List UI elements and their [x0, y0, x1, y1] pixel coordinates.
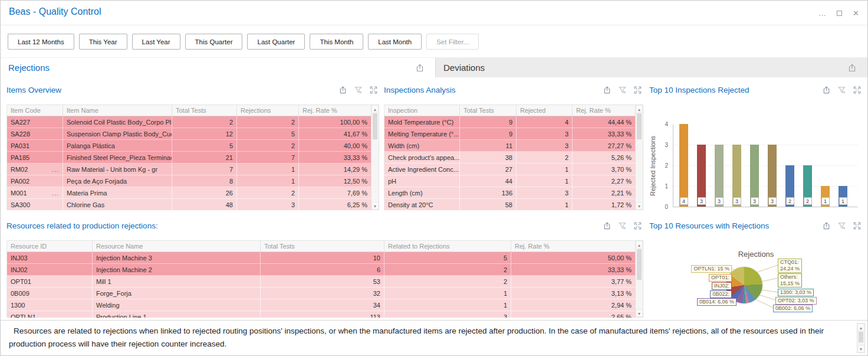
scroll-thumb[interactable]: [373, 113, 377, 139]
scroll-down-icon[interactable]: ▼: [636, 309, 643, 317]
column-header[interactable]: Rej. Rate %: [299, 105, 371, 116]
export-icon[interactable]: [822, 221, 831, 230]
scroll-thumb[interactable]: [637, 249, 642, 280]
table-row[interactable]: Check product's appea...3825,26 %: [384, 152, 635, 164]
table-row[interactable]: RM02...Raw Material - Unit bom Kg - gr71…: [7, 164, 371, 175]
scroll-track[interactable]: [636, 140, 643, 202]
scroll-up-icon[interactable]: ▲: [636, 105, 643, 113]
more-indicator[interactable]: ...: [52, 164, 59, 175]
bar-2[interactable]: 3: [715, 145, 724, 207]
bar-9[interactable]: 1: [839, 186, 847, 207]
bar-0[interactable]: 4: [679, 124, 688, 207]
scroll-down-icon[interactable]: ▼: [857, 345, 864, 352]
filter-button-this-year[interactable]: This Year: [79, 34, 127, 50]
table-row[interactable]: PA185Finished Steel Piece_Pieza Terminad…: [7, 152, 371, 164]
column-header[interactable]: Rej. Rate %: [573, 105, 635, 116]
scroll-track[interactable]: [636, 280, 643, 309]
filter-button-last-12-months[interactable]: Last 12 Months: [8, 34, 74, 50]
set-filter-button[interactable]: Set Filter...: [426, 34, 479, 50]
bar-1[interactable]: 3: [697, 145, 706, 207]
bar-6[interactable]: 2: [785, 165, 794, 207]
bar-4[interactable]: 3: [750, 145, 759, 207]
filter-clear-icon[interactable]: [618, 221, 627, 230]
column-header[interactable]: Total Tests: [261, 241, 384, 252]
table-row[interactable]: pH4412,27 %: [384, 175, 635, 187]
filter-clear-icon[interactable]: [618, 86, 627, 94]
filter-button-this-quarter[interactable]: This Quarter: [185, 34, 243, 50]
column-header[interactable]: Inspection: [384, 105, 460, 116]
scroll-thumb[interactable]: [859, 332, 863, 342]
column-header[interactable]: Item Name: [63, 105, 172, 116]
scroll-up-icon[interactable]: ▲: [857, 324, 864, 331]
scroll-up-icon[interactable]: ▲: [371, 105, 379, 113]
table-row[interactable]: Density at 20°C5811,72 %: [384, 199, 635, 210]
column-header[interactable]: Rejected: [517, 105, 573, 116]
table-row[interactable]: Melting Temperature (°...9333,33 %: [384, 128, 635, 140]
inspections-table-scrollbar[interactable]: ▲ ▼: [635, 104, 643, 210]
table-row[interactable]: SA228Suspension Clamp Plastic Body_Cue..…: [7, 128, 371, 140]
table-row[interactable]: M001...Materia Prima2627,69 %: [7, 187, 371, 199]
export-icon[interactable]: [603, 221, 611, 230]
scroll-down-icon[interactable]: ▼: [371, 202, 379, 210]
table-row[interactable]: SA300Chlorine Gas4836,25 %: [7, 199, 371, 210]
filter-button-this-month[interactable]: This Month: [310, 34, 363, 50]
expand-icon[interactable]: [633, 221, 642, 230]
bar-8[interactable]: 1: [821, 186, 830, 207]
bar-3[interactable]: 3: [732, 145, 741, 207]
column-header[interactable]: Total Tests: [172, 105, 237, 116]
table-row[interactable]: SA227Solenoid Coil Plastic Body_Corpo Pl…: [7, 116, 371, 128]
table-cell: 41,67 %: [299, 128, 371, 140]
table-row[interactable]: PA002Peça de Aço Forjada8112,50 %: [7, 175, 371, 187]
more-button[interactable]: …: [818, 9, 826, 17]
items-table-scrollbar[interactable]: ▲ ▼: [371, 104, 379, 210]
scroll-thumb[interactable]: [637, 113, 642, 139]
export-icon[interactable]: [822, 86, 831, 94]
scroll-up-icon[interactable]: ▲: [636, 241, 643, 249]
column-header[interactable]: Rejections: [237, 105, 299, 116]
filter-button-last-year[interactable]: Last Year: [132, 34, 180, 50]
expand-icon[interactable]: [853, 86, 862, 94]
filter-clear-icon[interactable]: [837, 86, 846, 94]
filter-button-last-month[interactable]: Last Month: [368, 34, 422, 50]
filter-button-last-quarter[interactable]: Last Quarter: [247, 34, 305, 50]
table-row[interactable]: INJ02Injection Machine 26233,33 %: [7, 264, 635, 276]
table-row[interactable]: Active Ingredient Conc...2713,70 %: [384, 164, 635, 175]
table-row[interactable]: PA031Palanga Plástica5240,00 %: [7, 140, 371, 152]
export-icon[interactable]: [603, 86, 611, 94]
close-button[interactable]: ✕: [853, 9, 859, 17]
column-header[interactable]: Item Code: [7, 105, 63, 116]
column-header[interactable]: Resource Name: [93, 241, 261, 252]
expand-icon[interactable]: [633, 86, 642, 94]
table-row[interactable]: OPTLN1Production Line 111332,65 %: [7, 311, 635, 318]
column-header[interactable]: Rej. Rate %: [511, 241, 635, 252]
footer-scrollbar[interactable]: ▲ ▼: [857, 323, 865, 353]
table-cell: 5: [172, 140, 237, 152]
expand-icon[interactable]: [369, 86, 378, 94]
bar-7[interactable]: 2: [803, 165, 812, 207]
maximize-button[interactable]: [837, 9, 842, 17]
export-icon[interactable]: [415, 63, 425, 75]
more-indicator[interactable]: ...: [52, 187, 59, 199]
table-row[interactable]: OPT01Mill 15323,77 %: [7, 276, 635, 288]
export-icon[interactable]: [338, 86, 347, 94]
table-cell: 3,77 %: [511, 276, 635, 288]
table-row[interactable]: INJ03Injection Machine 310550,00 %: [7, 252, 635, 264]
resources-table-scrollbar[interactable]: ▲ ▼: [635, 240, 643, 318]
scroll-track[interactable]: [371, 140, 379, 202]
table-row[interactable]: Length (cm)13632,21 %: [384, 187, 635, 199]
table-row[interactable]: Width (cm)11327,27 %: [384, 140, 635, 152]
column-header[interactable]: Resource ID: [7, 241, 93, 252]
filter-clear-icon[interactable]: [837, 221, 846, 230]
filter-clear-icon[interactable]: [354, 86, 363, 94]
table-row[interactable]: Mold Temperature (°C)9444,44 %: [384, 116, 635, 128]
tab-deviations[interactable]: Deviations: [435, 58, 867, 78]
table-row[interactable]: 1300Welding3412,94 %: [7, 299, 635, 311]
column-header[interactable]: Total Tests: [460, 105, 517, 116]
expand-icon[interactable]: [853, 221, 862, 230]
table-row[interactable]: 0B009Forge_Forja3213,13 %: [7, 288, 635, 299]
bar-5[interactable]: 3: [768, 145, 777, 207]
tab-rejections[interactable]: Rejections: [1, 58, 435, 78]
column-header[interactable]: Related to Rejections: [384, 241, 511, 252]
export-icon[interactable]: [847, 63, 857, 75]
scroll-down-icon[interactable]: ▼: [636, 202, 643, 210]
